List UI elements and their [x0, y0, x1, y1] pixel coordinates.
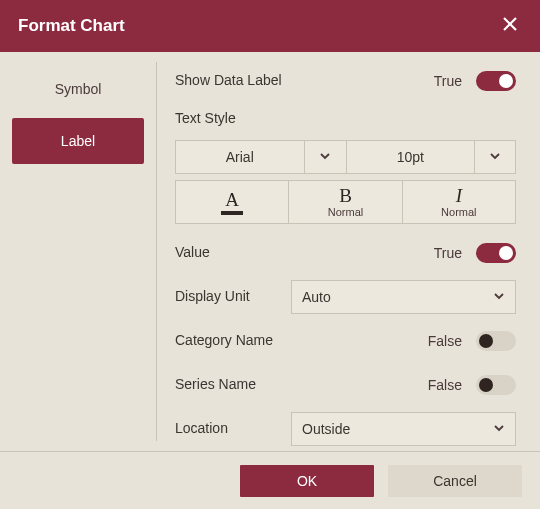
row-value: Value True: [175, 238, 516, 268]
font-color-button[interactable]: A: [176, 181, 288, 223]
bold-state: Normal: [328, 206, 363, 218]
series-name-toggle[interactable]: [476, 375, 516, 395]
font-color-letter: A: [225, 190, 239, 209]
location-label: Location: [175, 420, 291, 438]
chevron-down-icon: [489, 149, 501, 165]
value-state: True: [434, 245, 462, 261]
close-icon: [501, 15, 519, 37]
dialog-body: Symbol Label Show Data Label True Text S…: [0, 52, 540, 451]
row-category-name: Category Name False: [175, 326, 516, 356]
titlebar: Format Chart: [0, 0, 540, 52]
display-unit-label: Display Unit: [175, 288, 291, 306]
tab-list: Symbol Label: [0, 52, 156, 451]
tab-label[interactable]: Label: [12, 118, 144, 164]
show-data-label-toggle[interactable]: [476, 71, 516, 91]
dialog-title: Format Chart: [18, 16, 125, 36]
row-location: Location Outside: [175, 414, 516, 444]
color-swatch-icon: [221, 211, 243, 215]
tab-symbol[interactable]: Symbol: [12, 66, 144, 112]
series-name-state: False: [428, 377, 462, 393]
label-panel: Show Data Label True Text Style Arial 10…: [157, 52, 540, 451]
text-style-buttons: A B Normal I Normal: [175, 180, 516, 224]
chevron-down-icon: [319, 149, 331, 165]
row-show-data-label: Show Data Label True: [175, 66, 516, 96]
show-data-label-text: Show Data Label: [175, 72, 291, 90]
bold-button[interactable]: B Normal: [288, 181, 401, 223]
ok-button[interactable]: OK: [240, 465, 374, 497]
location-select[interactable]: Outside: [291, 412, 516, 446]
chevron-down-icon: [493, 421, 505, 437]
italic-state: Normal: [441, 206, 476, 218]
display-unit-value: Auto: [302, 289, 331, 305]
display-unit-select[interactable]: Auto: [291, 280, 516, 314]
bold-letter: B: [339, 186, 352, 205]
category-name-toggle[interactable]: [476, 331, 516, 351]
chevron-down-icon: [493, 289, 505, 305]
show-data-label-state: True: [434, 73, 462, 89]
cancel-button[interactable]: Cancel: [388, 465, 522, 497]
value-toggle[interactable]: [476, 243, 516, 263]
series-name-label: Series Name: [175, 376, 291, 394]
dialog-footer: OK Cancel: [0, 451, 540, 509]
font-size-row: Arial 10pt: [175, 140, 516, 174]
row-display-unit: Display Unit Auto: [175, 282, 516, 312]
font-size-dropdown[interactable]: [474, 140, 516, 174]
font-size-display[interactable]: 10pt: [346, 140, 475, 174]
value-label: Value: [175, 244, 291, 262]
category-name-state: False: [428, 333, 462, 349]
font-family-display[interactable]: Arial: [175, 140, 304, 174]
category-name-label: Category Name: [175, 332, 291, 350]
font-family-dropdown[interactable]: [304, 140, 346, 174]
location-value: Outside: [302, 421, 350, 437]
text-style-label: Text Style: [175, 110, 516, 126]
format-chart-dialog: Format Chart Symbol Label Show Data Labe…: [0, 0, 540, 509]
row-series-name: Series Name False: [175, 370, 516, 400]
italic-letter: I: [456, 186, 462, 205]
close-button[interactable]: [498, 14, 522, 38]
italic-button[interactable]: I Normal: [402, 181, 515, 223]
